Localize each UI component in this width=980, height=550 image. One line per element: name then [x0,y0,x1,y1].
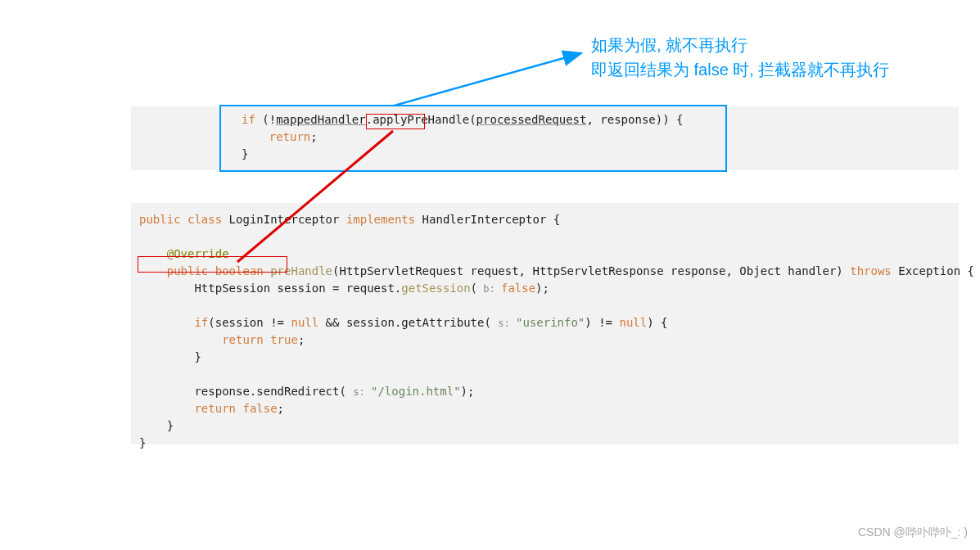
close-paren: ); [535,282,549,295]
annotation-text: 如果为假, 就不再执行 即返回结果为 false 时, 拦截器就不再执行 [591,33,889,82]
code-block-interceptor: public class LoginInterceptor implements… [131,203,959,444]
redirect-b: ); [461,385,475,398]
kw-return: return [269,130,311,143]
kw-boolean: boolean [215,264,264,277]
semi: ; [310,130,317,143]
ifcond-c: ) { [647,316,667,329]
exception: Exception { [892,264,974,277]
getSession: getSession [401,282,470,295]
kw-false: false [501,282,535,295]
annotation-line2: 即返回结果为 false 时, 拦截器就不再执行 [591,57,889,82]
annotation-line1: 如果为假, 就不再执行 [591,33,889,57]
method-args: (HttpServletRequest request, HttpServlet… [332,264,850,277]
kw-return2: return [222,333,264,346]
kw-if2: if [194,316,208,329]
classname: LoginInterceptor [222,213,346,226]
kw-return3: return [194,402,236,415]
session-line-a: HttpSession session = request. [194,282,401,295]
rbrace2: } [194,350,201,363]
code-block-dispatch: if (!mappedHandler.applyPreHandle(proces… [131,106,959,170]
hint-b: b: [477,283,501,295]
hint-s: s: [498,318,516,329]
and-op: && session.getAttribute( [318,316,498,329]
kw-class: class [187,213,222,226]
semi2: ; [298,333,305,346]
kw-true: true [270,333,298,346]
processedRequest: processedRequest [476,113,587,126]
kw-throws: throws [850,264,892,277]
str-login: "/login.html" [371,385,461,398]
rbrace: } [242,147,248,160]
kw-implements: implements [346,213,415,226]
mappedHandler: mappedHandler [276,113,366,126]
kw-public: public [139,213,181,226]
op-not: ! [269,113,276,126]
redirect-a: response.sendRedirect( [194,385,353,398]
ifcond-b: ) != [585,316,619,329]
lparen: ( [469,113,476,126]
method-preHandle: preHandle [270,264,332,277]
rbrace4: } [139,436,146,449]
kw-null: null [291,316,318,329]
ifcond-a: (session != [208,316,291,329]
kw-null2: null [619,316,647,329]
rest-args: , response)) { [586,113,683,126]
kw-public2: public [167,264,209,277]
iface: HandlerInterceptor { [415,213,560,226]
str-userinfo: "userinfo" [516,316,585,329]
hint-s2: s: [353,386,371,398]
PreHandle-call: PreHandle [407,113,469,126]
svg-line-1 [377,53,581,110]
anno-override: @Override [167,247,229,260]
rbrace3: } [167,419,174,432]
watermark: CSDN @哔卟哔卟_: ) [858,525,968,540]
kw-false2: false [242,402,277,415]
dot-apply: .apply [366,113,408,126]
semi3: ; [278,402,284,415]
kw-if: if [242,113,255,126]
